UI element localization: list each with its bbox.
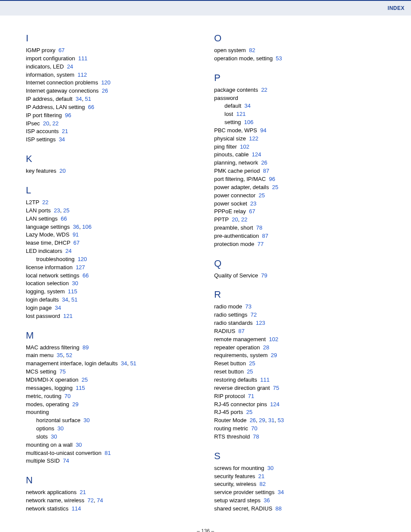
page-link[interactable]: 78	[253, 433, 259, 440]
page-link[interactable]: 66	[61, 215, 67, 222]
page-link[interactable]: 74	[97, 497, 103, 504]
page-link[interactable]: 53	[276, 55, 282, 62]
page-link[interactable]: 20	[43, 120, 49, 127]
page-link[interactable]: 115	[76, 385, 85, 391]
page-link[interactable]: 124	[252, 151, 261, 158]
page-link[interactable]: 111	[78, 55, 87, 62]
page-link[interactable]: 34	[277, 489, 283, 495]
page-link[interactable]: 79	[261, 272, 267, 279]
page-link[interactable]: 30	[268, 465, 274, 471]
page-link[interactable]: 30	[72, 280, 78, 286]
page-link[interactable]: 82	[259, 481, 265, 487]
page-link[interactable]: 30	[84, 417, 90, 423]
page-link[interactable]: 114	[72, 505, 81, 512]
page-link[interactable]: 81	[105, 450, 111, 456]
page-link[interactable]: 21	[80, 489, 86, 495]
page-link[interactable]: 87	[262, 233, 268, 239]
page-link[interactable]: 102	[269, 336, 278, 342]
page-link[interactable]: 88	[275, 505, 281, 512]
page-link[interactable]: 75	[273, 385, 279, 391]
page-link[interactable]: 21	[258, 473, 265, 479]
page-link[interactable]: 91	[72, 231, 78, 238]
page-link[interactable]: 31	[268, 417, 274, 423]
page-link[interactable]: 34	[121, 360, 127, 367]
page-link[interactable]: 111	[260, 376, 270, 383]
page-link[interactable]: 67	[249, 208, 255, 215]
page-link[interactable]: 20	[59, 168, 65, 174]
page-link[interactable]: 25	[258, 192, 265, 199]
page-link[interactable]: 22	[42, 199, 48, 205]
page-link[interactable]: 51	[130, 360, 136, 367]
page-link[interactable]: 120	[78, 256, 87, 262]
page-link[interactable]: 115	[68, 288, 78, 295]
page-link[interactable]: 25	[63, 207, 69, 214]
page-link[interactable]: 70	[251, 425, 257, 432]
page-link[interactable]: 30	[51, 433, 57, 440]
page-link[interactable]: 30	[76, 442, 82, 448]
page-link[interactable]: 34	[244, 103, 250, 109]
page-link[interactable]: 66	[83, 272, 89, 279]
page-link[interactable]: 24	[67, 63, 73, 70]
page-link[interactable]: 36	[264, 497, 270, 504]
page-link[interactable]: 23	[250, 200, 256, 207]
page-link[interactable]: 120	[101, 79, 111, 86]
page-link[interactable]: 20	[232, 216, 238, 223]
page-link[interactable]: 29	[72, 401, 78, 408]
page-link[interactable]: 34	[55, 305, 61, 311]
page-link[interactable]: 35	[57, 352, 63, 358]
page-link[interactable]: 52	[66, 352, 72, 358]
page-link[interactable]: 26	[102, 87, 108, 94]
page-link[interactable]: 96	[269, 176, 275, 182]
page-link[interactable]: 36	[73, 224, 79, 230]
page-link[interactable]: 121	[63, 313, 73, 319]
page-link[interactable]: 34	[62, 296, 68, 303]
page-link[interactable]: 51	[72, 296, 78, 303]
page-link[interactable]: 25	[272, 184, 278, 190]
page-link[interactable]: 102	[240, 143, 249, 150]
page-link[interactable]: 78	[256, 224, 262, 231]
page-link[interactable]: 67	[59, 47, 65, 53]
page-link[interactable]: 112	[78, 72, 87, 78]
page-link[interactable]: 127	[76, 264, 85, 271]
page-link[interactable]: 25	[246, 409, 252, 415]
page-link[interactable]: 106	[82, 224, 92, 230]
page-link[interactable]: 72	[87, 497, 93, 504]
page-link[interactable]: 89	[83, 344, 89, 351]
page-link[interactable]: 29	[271, 352, 277, 358]
page-link[interactable]: 25	[247, 368, 253, 375]
page-link[interactable]: 25	[249, 360, 255, 367]
page-link[interactable]: 26	[261, 159, 267, 166]
page-link[interactable]: 75	[59, 368, 65, 375]
page-link[interactable]: 22	[261, 87, 267, 93]
page-link[interactable]: 28	[263, 344, 269, 351]
page-link[interactable]: 122	[249, 135, 258, 142]
page-link[interactable]: 82	[249, 47, 255, 53]
page-link[interactable]: 23	[54, 207, 60, 214]
page-link[interactable]: 21	[62, 128, 68, 134]
page-link[interactable]: 96	[65, 112, 71, 118]
page-link[interactable]: 51	[85, 96, 91, 102]
page-link[interactable]: 106	[244, 119, 254, 125]
page-link[interactable]: 22	[52, 120, 58, 127]
page-link[interactable]: 67	[73, 240, 79, 246]
page-link[interactable]: 77	[257, 241, 263, 247]
page-link[interactable]: 123	[256, 320, 265, 326]
page-link[interactable]: 66	[88, 104, 94, 110]
page-link[interactable]: 71	[248, 393, 254, 399]
page-link[interactable]: 70	[65, 393, 71, 399]
page-link[interactable]: 87	[263, 168, 269, 174]
page-link[interactable]: 72	[251, 311, 257, 318]
page-link[interactable]: 121	[236, 111, 246, 117]
page-link[interactable]: 74	[63, 457, 69, 464]
page-link[interactable]: 25	[81, 376, 87, 383]
page-link[interactable]: 124	[270, 401, 280, 408]
page-link[interactable]: 53	[278, 417, 284, 423]
page-link[interactable]: 34	[59, 136, 65, 143]
page-link[interactable]: 87	[238, 328, 244, 334]
page-link[interactable]: 24	[65, 248, 72, 254]
page-link[interactable]: 29	[259, 417, 265, 423]
page-link[interactable]: 22	[241, 216, 247, 223]
page-link[interactable]: 94	[260, 127, 266, 134]
page-link[interactable]: 73	[245, 303, 251, 310]
page-link[interactable]: 34	[75, 96, 81, 102]
